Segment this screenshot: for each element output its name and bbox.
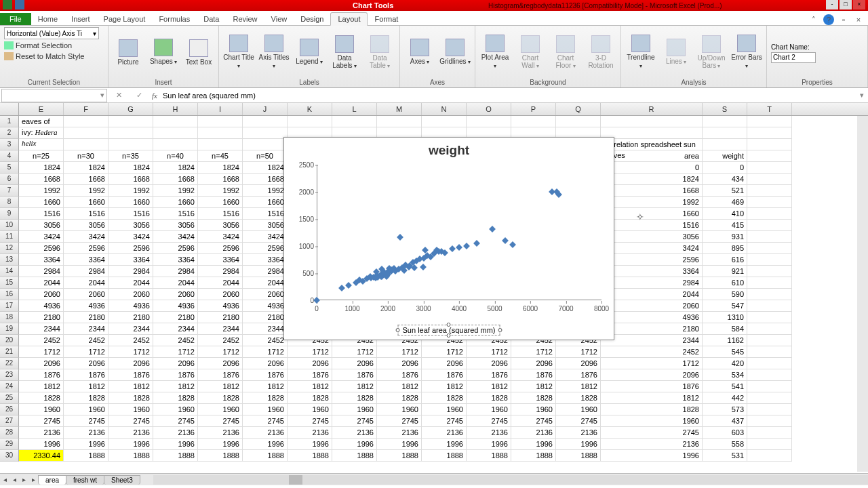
row-header[interactable]: 14 bbox=[0, 266, 19, 277]
cell[interactable]: 442 bbox=[703, 392, 747, 404]
cell[interactable]: 1712 bbox=[64, 346, 108, 358]
cell[interactable]: 2745 bbox=[153, 415, 198, 427]
cell[interactable]: 3056 bbox=[19, 220, 64, 231]
cell[interactable]: 3424 bbox=[153, 231, 198, 243]
cell[interactable]: 1812 bbox=[64, 381, 108, 392]
close-button[interactable]: × bbox=[853, 0, 865, 9]
cell[interactable]: 1888 bbox=[377, 450, 422, 462]
cell[interactable]: 1712 bbox=[243, 346, 288, 358]
tab-nav-next[interactable]: ▸ bbox=[19, 476, 28, 483]
cell[interactable]: 545 bbox=[703, 346, 747, 358]
axis-titles-button[interactable]: Axis Titles bbox=[258, 35, 290, 70]
cell[interactable]: 2096 bbox=[108, 358, 153, 369]
chart-title[interactable]: weight bbox=[284, 138, 614, 158]
cell[interactable]: 1888 bbox=[153, 450, 198, 462]
cell[interactable]: 2096 bbox=[19, 358, 64, 369]
cell[interactable]: n=40 bbox=[153, 150, 198, 162]
cell[interactable]: 1712 bbox=[556, 346, 601, 358]
cell[interactable]: 1712 bbox=[601, 358, 703, 369]
cell[interactable]: 2096 bbox=[64, 358, 108, 369]
tab-review[interactable]: Review bbox=[226, 13, 264, 25]
cell[interactable]: weight bbox=[703, 150, 747, 162]
cell[interactable]: 2745 bbox=[556, 415, 601, 427]
cell[interactable]: 1516 bbox=[64, 208, 108, 220]
row-header[interactable]: 21 bbox=[0, 346, 19, 358]
cell[interactable]: 1996 bbox=[198, 439, 243, 450]
cell[interactable] bbox=[377, 116, 422, 127]
cell[interactable]: 2096 bbox=[467, 358, 511, 369]
cell[interactable]: 2136 bbox=[332, 427, 377, 439]
cell[interactable] bbox=[703, 116, 747, 127]
horizontal-scrollbar[interactable] bbox=[153, 475, 868, 485]
cell[interactable]: 895 bbox=[703, 243, 747, 254]
cell[interactable]: 2344 bbox=[601, 335, 703, 346]
cell[interactable]: 410 bbox=[703, 208, 747, 220]
cell[interactable]: 1996 bbox=[601, 450, 703, 462]
cell[interactable]: 1960 bbox=[601, 415, 703, 427]
cell[interactable]: 1828 bbox=[556, 392, 601, 404]
cell[interactable]: 1996 bbox=[511, 439, 556, 450]
cell[interactable] bbox=[108, 139, 153, 150]
cell[interactable]: 3364 bbox=[64, 254, 108, 266]
row-header[interactable]: 22 bbox=[0, 358, 19, 369]
cell[interactable]: 1960 bbox=[511, 404, 556, 415]
cell[interactable]: 1876 bbox=[601, 381, 703, 392]
cell[interactable] bbox=[601, 116, 703, 127]
cell[interactable]: 0 bbox=[601, 162, 703, 174]
row-header[interactable]: 25 bbox=[0, 392, 19, 404]
legend-button[interactable]: Legend bbox=[294, 39, 325, 66]
cell[interactable]: 2596 bbox=[198, 243, 243, 254]
cell[interactable] bbox=[108, 127, 153, 139]
cell[interactable]: 610 bbox=[703, 277, 747, 289]
cell[interactable] bbox=[108, 116, 153, 127]
cell[interactable]: 1876 bbox=[108, 369, 153, 381]
cell[interactable]: n=30 bbox=[64, 150, 108, 162]
cell[interactable]: 1876 bbox=[153, 369, 198, 381]
cell[interactable]: 1960 bbox=[422, 404, 467, 415]
cell[interactable]: 2136 bbox=[198, 427, 243, 439]
cell[interactable]: 1828 bbox=[108, 392, 153, 404]
cell[interactable] bbox=[747, 127, 792, 139]
column-header[interactable]: L bbox=[332, 103, 377, 115]
cell[interactable] bbox=[747, 243, 792, 254]
save-icon[interactable] bbox=[15, 0, 24, 9]
cell[interactable]: 1668 bbox=[153, 174, 198, 185]
cell[interactable]: 1812 bbox=[377, 381, 422, 392]
row-header[interactable]: 8 bbox=[0, 197, 19, 208]
row-header[interactable]: 16 bbox=[0, 289, 19, 300]
cell[interactable]: 2452 bbox=[19, 335, 64, 346]
cell[interactable]: 4936 bbox=[243, 300, 288, 312]
cell[interactable] bbox=[288, 116, 332, 127]
cell[interactable]: 2344 bbox=[243, 323, 288, 335]
cell[interactable] bbox=[64, 127, 108, 139]
column-header[interactable]: J bbox=[243, 103, 288, 115]
cell[interactable]: 921 bbox=[703, 266, 747, 277]
cell[interactable]: 2096 bbox=[288, 358, 332, 369]
cell[interactable]: 4936 bbox=[19, 300, 64, 312]
data-marker[interactable] bbox=[502, 237, 509, 244]
cell[interactable]: 1668 bbox=[243, 174, 288, 185]
cell[interactable] bbox=[19, 127, 64, 139]
cell[interactable]: 2745 bbox=[467, 415, 511, 427]
cell[interactable]: 1824 bbox=[198, 162, 243, 174]
cell[interactable]: 1812 bbox=[19, 381, 64, 392]
chart-name-input[interactable] bbox=[771, 52, 816, 63]
cell[interactable]: 2096 bbox=[377, 358, 422, 369]
cell[interactable]: 1996 bbox=[467, 439, 511, 450]
data-marker[interactable] bbox=[397, 234, 403, 241]
cell[interactable]: 1996 bbox=[377, 439, 422, 450]
column-header[interactable]: E bbox=[19, 103, 64, 115]
cell[interactable]: 1876 bbox=[288, 369, 332, 381]
cell[interactable]: 1812 bbox=[198, 381, 243, 392]
cell[interactable]: 1712 bbox=[422, 346, 467, 358]
cell[interactable]: 2136 bbox=[601, 439, 703, 450]
cell[interactable]: 1996 bbox=[332, 439, 377, 450]
cell[interactable]: 1960 bbox=[198, 404, 243, 415]
cell[interactable]: 1712 bbox=[108, 346, 153, 358]
cell[interactable] bbox=[747, 289, 792, 300]
cell[interactable]: 1888 bbox=[467, 450, 511, 462]
cell[interactable]: n=50 bbox=[243, 150, 288, 162]
cell[interactable]: 2180 bbox=[19, 312, 64, 323]
cell[interactable]: 1960 bbox=[64, 404, 108, 415]
cell[interactable]: 2060 bbox=[64, 289, 108, 300]
